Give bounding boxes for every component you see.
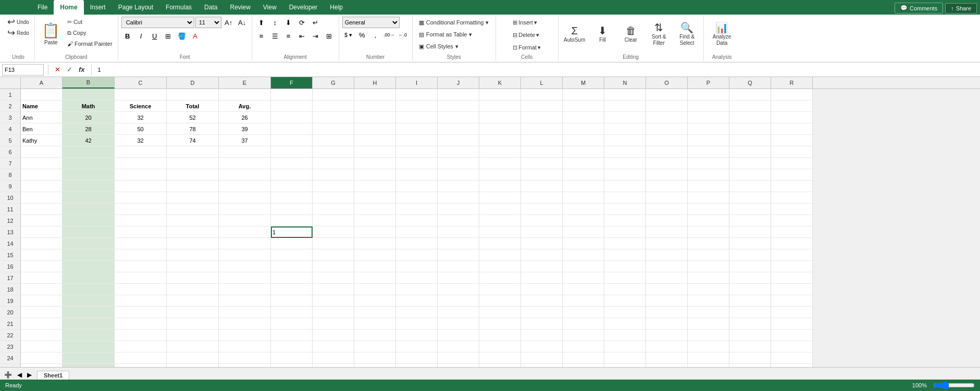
row-header-23[interactable]: 23 xyxy=(0,341,21,352)
cell-D15[interactable] xyxy=(167,249,219,261)
cell-K10[interactable] xyxy=(479,192,521,204)
cell-M15[interactable] xyxy=(563,249,604,261)
cell-N17[interactable] xyxy=(604,272,646,284)
cell-E13[interactable] xyxy=(219,226,271,238)
cell-G12[interactable] xyxy=(313,215,354,226)
merge-center-button[interactable]: ⊞ xyxy=(323,30,336,42)
cell-R16[interactable] xyxy=(771,261,813,272)
cell-G18[interactable] xyxy=(313,284,354,295)
cell-D2[interactable]: Total xyxy=(167,100,219,112)
cell-K14[interactable] xyxy=(479,238,521,249)
corner-cell[interactable] xyxy=(0,77,21,89)
tab-help[interactable]: Help xyxy=(324,0,349,15)
cell-G22[interactable] xyxy=(313,330,354,341)
align-bottom-button[interactable]: ⬇ xyxy=(282,17,295,28)
cell-M7[interactable] xyxy=(563,158,604,169)
cell-F7[interactable] xyxy=(271,158,313,169)
cell-O8[interactable] xyxy=(646,169,688,181)
cell-K1[interactable] xyxy=(479,89,521,100)
cell-H17[interactable] xyxy=(354,272,396,284)
cell-N1[interactable] xyxy=(604,89,646,100)
cell-D9[interactable] xyxy=(167,181,219,192)
cell-Q11[interactable] xyxy=(729,204,771,215)
cell-K9[interactable] xyxy=(479,181,521,192)
analyze-data-button[interactable]: 📊 Analyze Data xyxy=(709,17,735,51)
row-header-2[interactable]: 2 xyxy=(0,100,21,112)
cell-F4[interactable] xyxy=(271,123,313,135)
row-header-22[interactable]: 22 xyxy=(0,330,21,341)
cell-J16[interactable] xyxy=(438,261,479,272)
cell-Q24[interactable] xyxy=(729,352,771,364)
cell-E3[interactable]: 26 xyxy=(219,112,271,123)
cell-Q16[interactable] xyxy=(729,261,771,272)
cell-M1[interactable] xyxy=(563,89,604,100)
cell-J12[interactable] xyxy=(438,215,479,226)
col-header-L[interactable]: L xyxy=(521,77,563,89)
row-header-18[interactable]: 18 xyxy=(0,284,21,295)
col-header-O[interactable]: O xyxy=(646,77,688,89)
cell-B2[interactable]: Math xyxy=(63,100,115,112)
align-left-button[interactable]: ≡ xyxy=(255,30,268,42)
cell-G13[interactable] xyxy=(313,226,354,238)
cell-P12[interactable] xyxy=(688,215,729,226)
cell-R11[interactable] xyxy=(771,204,813,215)
sheet-nav-right[interactable]: ▶ xyxy=(25,370,34,380)
cell-F6[interactable] xyxy=(271,146,313,158)
cell-B11[interactable] xyxy=(63,204,115,215)
cell-I17[interactable] xyxy=(396,272,438,284)
cell-E18[interactable] xyxy=(219,284,271,295)
cell-K23[interactable] xyxy=(479,341,521,352)
cell-N6[interactable] xyxy=(604,146,646,158)
cell-H22[interactable] xyxy=(354,330,396,341)
cell-D1[interactable] xyxy=(167,89,219,100)
cell-H5[interactable] xyxy=(354,135,396,146)
cell-M9[interactable] xyxy=(563,181,604,192)
cell-P13[interactable] xyxy=(688,226,729,238)
cell-E7[interactable] xyxy=(219,158,271,169)
cell-J9[interactable] xyxy=(438,181,479,192)
cell-O7[interactable] xyxy=(646,158,688,169)
fill-button[interactable]: ⬇ Fill xyxy=(590,17,616,51)
align-center-button[interactable]: ☰ xyxy=(269,30,281,42)
cell-L22[interactable] xyxy=(521,330,563,341)
cell-K15[interactable] xyxy=(479,249,521,261)
cell-B17[interactable] xyxy=(63,272,115,284)
row-header-6[interactable]: 6 xyxy=(0,146,21,158)
cell-F21[interactable] xyxy=(271,318,313,330)
cell-K16[interactable] xyxy=(479,261,521,272)
cell-P19[interactable] xyxy=(688,295,729,307)
cell-I7[interactable] xyxy=(396,158,438,169)
cell-G1[interactable] xyxy=(313,89,354,100)
col-header-A[interactable]: A xyxy=(21,77,63,89)
tab-data[interactable]: Data xyxy=(198,0,224,15)
cell-J2[interactable] xyxy=(438,100,479,112)
cell-I18[interactable] xyxy=(396,284,438,295)
cell-F3[interactable] xyxy=(271,112,313,123)
fill-color-button[interactable]: 🪣 xyxy=(176,30,188,42)
cell-E1[interactable] xyxy=(219,89,271,100)
cell-N3[interactable] xyxy=(604,112,646,123)
cell-D21[interactable] xyxy=(167,318,219,330)
cell-J17[interactable] xyxy=(438,272,479,284)
col-header-K[interactable]: K xyxy=(479,77,521,89)
cell-B7[interactable] xyxy=(63,158,115,169)
cell-G24[interactable] xyxy=(313,352,354,364)
cell-F2[interactable] xyxy=(271,100,313,112)
cell-E20[interactable] xyxy=(219,307,271,318)
cell-E21[interactable] xyxy=(219,318,271,330)
cell-A18[interactable] xyxy=(21,284,63,295)
cell-B10[interactable] xyxy=(63,192,115,204)
cell-L14[interactable] xyxy=(521,238,563,249)
cell-M5[interactable] xyxy=(563,135,604,146)
cell-B6[interactable] xyxy=(63,146,115,158)
cell-M20[interactable] xyxy=(563,307,604,318)
cell-Q6[interactable] xyxy=(729,146,771,158)
cell-H2[interactable] xyxy=(354,100,396,112)
cell-H8[interactable] xyxy=(354,169,396,181)
cell-N11[interactable] xyxy=(604,204,646,215)
copy-button[interactable]: ⧉ Copy xyxy=(65,28,115,38)
cell-M2[interactable] xyxy=(563,100,604,112)
cell-J23[interactable] xyxy=(438,341,479,352)
cell-E16[interactable] xyxy=(219,261,271,272)
cell-E4[interactable]: 39 xyxy=(219,123,271,135)
